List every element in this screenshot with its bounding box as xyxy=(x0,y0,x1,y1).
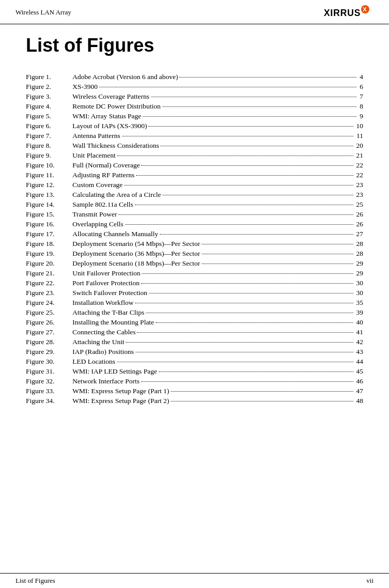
figure-page: 42 xyxy=(355,338,364,346)
figure-description: Attaching the Unit 42 xyxy=(72,337,363,347)
figure-text: Full (Normal) Coverage xyxy=(72,161,140,169)
footer-right: vii xyxy=(366,577,373,585)
figure-page: 30 xyxy=(355,279,364,287)
svg-text:XIRRUS: XIRRUS xyxy=(324,8,361,18)
figure-label: Figure 1. xyxy=(26,72,72,82)
figure-description: XS-3900 6 xyxy=(72,82,363,91)
figure-text: Calculating the Area of a Circle xyxy=(72,191,161,199)
figure-dots xyxy=(202,264,353,264)
figure-page: 8 xyxy=(358,102,363,111)
figure-label: Figure 11. xyxy=(26,170,72,180)
figure-label: Figure 17. xyxy=(26,229,72,239)
list-item: Figure 1. Adobe Acrobat (Version 6 and a… xyxy=(26,72,363,82)
svg-text:X: X xyxy=(363,6,367,12)
figure-text: Antenna Patterns xyxy=(72,132,121,140)
list-item: Figure 8. Wall Thickness Considerations … xyxy=(26,141,363,150)
figure-page: 11 xyxy=(355,132,363,140)
figure-text: Remote DC Power Distribution xyxy=(72,102,161,111)
xirrus-logo: X XIRRUS xyxy=(324,5,373,20)
figure-text: Overlapping Cells xyxy=(72,220,124,228)
figure-description: Wireless Coverage Patterns 7 xyxy=(72,91,363,101)
figure-text: Attaching the Unit xyxy=(72,338,124,346)
figure-description: Switch Failover Protection 30 xyxy=(72,288,363,298)
list-item: Figure 9. Unit Placement 21 xyxy=(26,150,363,160)
figure-label: Figure 2. xyxy=(26,82,72,91)
figure-text: Deployment Scenario (18 Mbps)—Per Sector xyxy=(72,259,200,268)
figure-label: Figure 7. xyxy=(26,131,72,141)
figure-page: 6 xyxy=(358,83,363,91)
figure-text: Adjusting RF Patterns xyxy=(72,171,134,179)
figure-description: Deployment Scenario (18 Mbps)—Per Sector… xyxy=(72,258,363,268)
list-item: Figure 31. WMI: IAP LED Settings Page 45 xyxy=(26,366,363,376)
figure-description: Full (Normal) Coverage 22 xyxy=(72,160,363,170)
figure-page: 21 xyxy=(355,151,364,160)
figure-page: 7 xyxy=(358,92,363,101)
figure-label: Figure 31. xyxy=(26,366,72,376)
figure-label: Figure 12. xyxy=(26,180,72,190)
figure-page: 29 xyxy=(355,259,364,268)
header: Wireless LAN Array X XIRRUS xyxy=(0,0,389,24)
list-item: Figure 6. Layout of IAPs (XS-3900) 10 xyxy=(26,121,363,131)
list-item: Figure 19. Deployment Scenario (36 Mbps)… xyxy=(26,249,363,258)
figure-dots xyxy=(202,254,353,254)
figure-page: 43 xyxy=(355,348,364,356)
figure-text: Wall Thickness Considerations xyxy=(72,142,159,150)
figure-dots xyxy=(179,77,356,78)
figure-dots xyxy=(162,195,353,195)
page-title: List of Figures xyxy=(26,35,363,56)
list-item: Figure 12. Custom Coverage 23 xyxy=(26,180,363,190)
figure-description: WMI: Array Status Page 9 xyxy=(72,111,363,121)
figure-description: Wall Thickness Considerations 20 xyxy=(72,141,363,150)
list-item: Figure 14. Sample 802.11a Cells 25 xyxy=(26,199,363,209)
figure-description: WMI: Express Setup Page (Part 2) 48 xyxy=(72,396,363,406)
figure-text: Sample 802.11a Cells xyxy=(72,200,133,209)
figure-description: Installing the Mounting Plate 40 xyxy=(72,317,363,327)
figure-description: IAP (Radio) Positions 43 xyxy=(72,347,363,357)
figure-dots xyxy=(135,205,353,205)
figure-description: Port Failover Protection 30 xyxy=(72,278,363,288)
figure-label: Figure 3. xyxy=(26,91,72,101)
list-item: Figure 26. Installing the Mounting Plate… xyxy=(26,317,363,327)
figure-text: Installation Workflow xyxy=(72,299,133,307)
figure-description: Deployment Scenario (36 Mbps)—Per Sector… xyxy=(72,249,363,258)
figure-description: Remote DC Power Distribution 8 xyxy=(72,101,363,111)
figure-dots xyxy=(117,156,353,156)
figure-dots xyxy=(141,381,353,382)
list-item: Figure 34. WMI: Express Setup Page (Part… xyxy=(26,396,363,406)
figure-label: Figure 15. xyxy=(26,209,72,219)
list-item: Figure 11. Adjusting RF Patterns 22 xyxy=(26,170,363,180)
list-item: Figure 15. Transmit Power 26 xyxy=(26,209,363,219)
figure-text: Transmit Power xyxy=(72,210,117,219)
figure-description: Calculating the Area of a Circle 23 xyxy=(72,190,363,199)
figure-text: Adobe Acrobat (Version 6 and above) xyxy=(72,73,178,81)
figure-dots xyxy=(149,293,353,293)
figure-dots xyxy=(125,224,353,225)
figure-dots xyxy=(141,165,353,166)
figure-dots xyxy=(171,401,353,401)
list-item: Figure 24. Installation Workflow 35 xyxy=(26,298,363,307)
list-item: Figure 22. Port Failover Protection 30 xyxy=(26,278,363,288)
figure-text: WMI: IAP LED Settings Page xyxy=(72,367,157,376)
list-item: Figure 25. Attaching the T-Bar Clips 39 xyxy=(26,307,363,317)
figure-label: Figure 24. xyxy=(26,298,72,307)
figure-label: Figure 6. xyxy=(26,121,72,131)
list-item: Figure 16. Overlapping Cells 26 xyxy=(26,219,363,229)
figure-page: 22 xyxy=(355,171,364,179)
figure-description: Layout of IAPs (XS-3900) 10 xyxy=(72,121,363,131)
figure-dots xyxy=(156,322,353,323)
figure-page: 23 xyxy=(355,191,364,199)
main-content: List of Figures Figure 1. Adobe Acrobat … xyxy=(0,24,389,416)
figure-label: Figure 20. xyxy=(26,258,72,268)
figure-label: Figure 26. xyxy=(26,317,72,327)
figure-label: Figure 13. xyxy=(26,190,72,199)
footer: List of Figures vii xyxy=(0,573,389,588)
figure-label: Figure 16. xyxy=(26,219,72,229)
list-item: Figure 20. Deployment Scenario (18 Mbps)… xyxy=(26,258,363,268)
figure-description: Unit Placement 21 xyxy=(72,150,363,160)
figure-dots xyxy=(141,283,353,284)
list-item: Figure 4. Remote DC Power Distribution 8 xyxy=(26,101,363,111)
figure-page: 26 xyxy=(355,220,364,228)
figure-description: Allocating Channels Manually 27 xyxy=(72,229,363,239)
figure-dots xyxy=(136,175,353,176)
figure-page: 25 xyxy=(355,200,364,209)
